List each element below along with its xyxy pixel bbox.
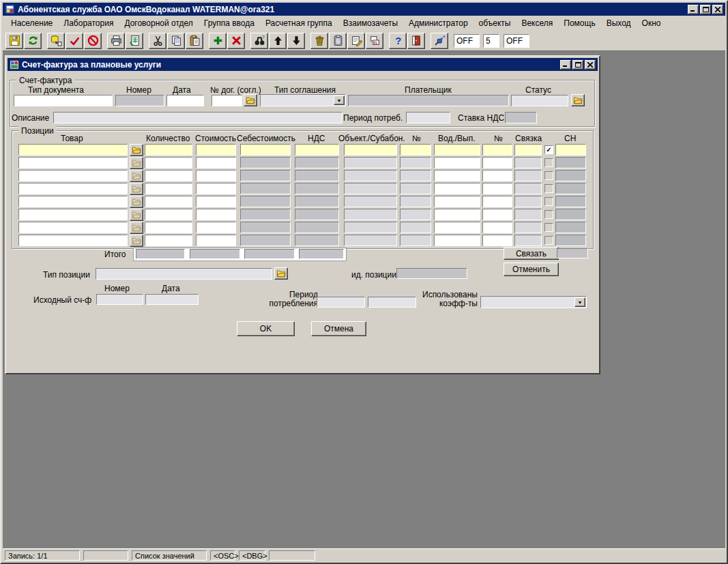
- toolbar-field-1[interactable]: [454, 34, 480, 48]
- contract-lookup-button[interactable]: [244, 94, 257, 106]
- save-button[interactable]: [5, 33, 23, 49]
- source-date-field[interactable]: [145, 294, 199, 305]
- exit-button[interactable]: [407, 33, 425, 49]
- link-checkbox[interactable]: [544, 171, 553, 180]
- list-of-values-button[interactable]: [47, 33, 65, 49]
- chevron-down-icon[interactable]: ▼: [574, 297, 585, 307]
- item-cell[interactable]: [18, 235, 128, 246]
- chevron-down-icon[interactable]: ▼: [334, 95, 345, 105]
- water-number-cell[interactable]: [482, 157, 512, 168]
- link-cell[interactable]: [514, 183, 542, 194]
- scroll-up-button[interactable]: [269, 33, 287, 49]
- payer-field[interactable]: [348, 95, 509, 106]
- paste-button[interactable]: [186, 33, 203, 49]
- link-checkbox[interactable]: [544, 158, 553, 167]
- item-lookup-button[interactable]: [130, 209, 143, 221]
- cards-button[interactable]: FI: [366, 33, 383, 49]
- selfcost-cell[interactable]: [240, 144, 291, 155]
- ok-button[interactable]: OK: [237, 321, 295, 336]
- cost-cell[interactable]: [196, 209, 236, 220]
- item-cell[interactable]: [18, 222, 128, 233]
- sn-cell[interactable]: [555, 209, 586, 220]
- vat-cell[interactable]: [295, 170, 339, 181]
- object-number-cell[interactable]: [400, 235, 431, 246]
- link-cell[interactable]: [514, 196, 542, 207]
- consumption-period-from-field[interactable]: [317, 297, 365, 308]
- water-cell[interactable]: [434, 157, 480, 168]
- find-button[interactable]: ?: [250, 33, 268, 49]
- menu-obekty[interactable]: объекты: [474, 16, 516, 30]
- water-cell[interactable]: [434, 170, 480, 181]
- link-cell[interactable]: [514, 222, 542, 233]
- item-cell[interactable]: [18, 183, 128, 194]
- water-number-cell[interactable]: [482, 209, 512, 220]
- water-cell[interactable]: [434, 196, 480, 207]
- menu-vzaimozachety[interactable]: Взаимозачеты: [338, 16, 403, 30]
- status-field[interactable]: [511, 95, 568, 106]
- water-cell[interactable]: [434, 144, 480, 155]
- quantity-cell[interactable]: [145, 144, 192, 155]
- object-number-cell[interactable]: [400, 222, 431, 233]
- number-field[interactable]: [115, 95, 164, 106]
- selfcost-cell[interactable]: [240, 209, 291, 220]
- item-lookup-button[interactable]: [130, 235, 143, 247]
- menu-gruppa-vvoda[interactable]: Группа ввода: [199, 16, 260, 30]
- object-number-cell[interactable]: [400, 144, 431, 155]
- sn-cell[interactable]: [555, 170, 586, 181]
- minimize-button[interactable]: [688, 5, 699, 14]
- link-checkbox[interactable]: [544, 223, 553, 232]
- water-cell[interactable]: [434, 183, 480, 194]
- item-lookup-button[interactable]: [130, 183, 143, 195]
- link-cell[interactable]: [514, 209, 542, 220]
- object-cell[interactable]: [344, 144, 397, 155]
- toolbar-field-3[interactable]: [504, 34, 529, 48]
- toolbar-field-2[interactable]: [483, 34, 499, 48]
- object-cell[interactable]: [344, 209, 397, 220]
- commit-button[interactable]: [65, 33, 83, 49]
- position-type-field[interactable]: [96, 268, 272, 280]
- scroll-down-button[interactable]: [287, 33, 305, 49]
- object-number-cell[interactable]: [400, 183, 431, 194]
- item-cell[interactable]: [18, 170, 128, 181]
- object-cell[interactable]: [344, 235, 397, 246]
- item-cell[interactable]: [18, 196, 128, 207]
- link-cell[interactable]: [514, 170, 542, 181]
- source-number-field[interactable]: [96, 294, 143, 305]
- water-number-cell[interactable]: [482, 170, 512, 181]
- cost-cell[interactable]: [196, 144, 236, 155]
- dialog-minimize-button[interactable]: [560, 60, 571, 70]
- cancel-button[interactable]: Отмена: [311, 321, 366, 336]
- vat-cell[interactable]: [295, 144, 339, 155]
- water-number-cell[interactable]: [482, 222, 512, 233]
- vat-cell[interactable]: [295, 209, 339, 220]
- object-number-cell[interactable]: [400, 209, 431, 220]
- status-lookup-button[interactable]: [571, 94, 585, 106]
- delete-record-button[interactable]: [227, 33, 245, 49]
- selfcost-cell[interactable]: [240, 183, 291, 194]
- selfcost-cell[interactable]: [240, 157, 291, 168]
- link-button[interactable]: Связать: [504, 247, 559, 260]
- vat-cell[interactable]: [295, 222, 339, 233]
- object-cell[interactable]: [344, 183, 397, 194]
- description-input[interactable]: [53, 112, 343, 123]
- link-checkbox[interactable]: [544, 184, 553, 193]
- item-lookup-button[interactable]: [130, 222, 143, 234]
- quantity-cell[interactable]: [145, 183, 192, 194]
- print-button[interactable]: [107, 33, 125, 49]
- link-checkbox[interactable]: [544, 210, 553, 219]
- quantity-cell[interactable]: [145, 170, 192, 181]
- item-cell[interactable]: [18, 209, 128, 220]
- export-excel-button[interactable]: [126, 33, 143, 49]
- cost-cell[interactable]: [196, 222, 236, 233]
- maximize-button[interactable]: [700, 5, 711, 14]
- agreement-type-combobox[interactable]: ▼: [260, 94, 346, 106]
- menu-okno[interactable]: Окно: [637, 16, 667, 30]
- selfcost-cell[interactable]: [240, 196, 291, 207]
- sn-cell[interactable]: [555, 235, 586, 246]
- menu-dogovornoy-otdel[interactable]: Договорной отдел: [119, 16, 198, 30]
- date-input[interactable]: [166, 95, 204, 106]
- vat-cell[interactable]: [295, 235, 339, 246]
- selfcost-cell[interactable]: [240, 235, 291, 246]
- water-number-cell[interactable]: [482, 144, 512, 155]
- menu-administrator[interactable]: Администратор: [403, 16, 474, 30]
